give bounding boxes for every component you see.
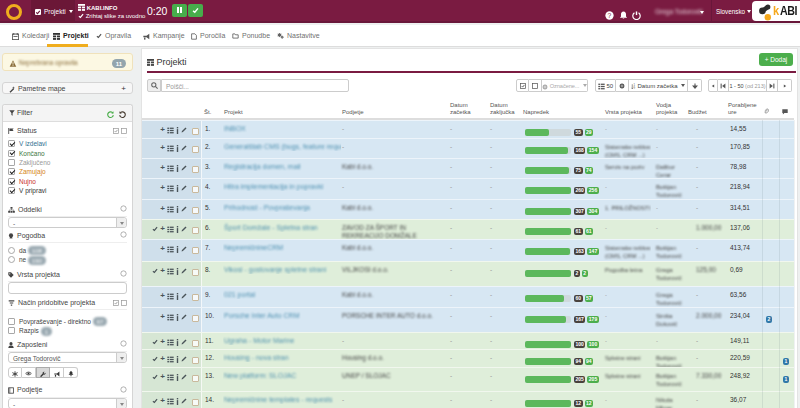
svg-text:9: 9	[633, 86, 635, 90]
svg-text:?: ?	[608, 12, 612, 19]
